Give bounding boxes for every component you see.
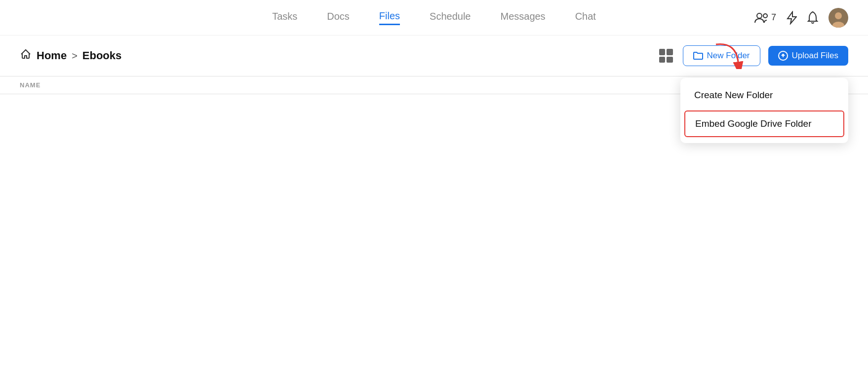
folder-icon: [693, 51, 703, 60]
breadcrumb: Home > Ebooks: [20, 48, 121, 63]
nav-tasks[interactable]: Tasks: [272, 11, 297, 24]
toolbar-row: Home > Ebooks New Folder Upload Files: [0, 36, 868, 76]
svg-point-0: [757, 13, 762, 18]
breadcrumb-current: Ebooks: [82, 49, 121, 62]
upload-files-label: Upload Files: [792, 51, 839, 61]
home-icon[interactable]: [20, 48, 32, 63]
people-count: 7: [771, 12, 776, 23]
upload-files-button[interactable]: Upload Files: [768, 46, 849, 66]
svg-point-1: [763, 14, 767, 18]
svg-point-3: [835, 12, 842, 19]
nav-messages[interactable]: Messages: [500, 11, 545, 24]
dropdown-embed-drive[interactable]: Embed Google Drive Folder: [684, 110, 844, 137]
nav-items: Tasks Docs Files Schedule Messages Chat: [272, 10, 596, 25]
activity-icon-group[interactable]: [786, 11, 797, 25]
dropdown-create-folder[interactable]: Create New Folder: [680, 82, 848, 109]
new-folder-label: New Folder: [707, 51, 750, 61]
home-label[interactable]: Home: [37, 49, 67, 62]
dropdown-menu: Create New Folder Embed Google Drive Fol…: [680, 78, 848, 143]
nav-files[interactable]: Files: [379, 10, 400, 25]
notification-icon-group[interactable]: [807, 11, 819, 25]
grid-toggle-button[interactable]: [657, 47, 675, 65]
bell-icon: [807, 11, 819, 25]
lightning-icon: [786, 11, 797, 25]
upload-icon: [778, 51, 788, 61]
breadcrumb-separator: >: [72, 50, 78, 62]
people-icon: [754, 12, 768, 24]
nav-icons: 7: [754, 8, 848, 28]
toolbar-actions: New Folder Upload Files: [657, 45, 848, 66]
new-folder-button[interactable]: New Folder: [683, 45, 760, 66]
nav-chat[interactable]: Chat: [575, 11, 596, 24]
avatar[interactable]: [829, 8, 848, 28]
nav-schedule[interactable]: Schedule: [430, 11, 471, 24]
nav-docs[interactable]: Docs: [327, 11, 350, 24]
top-nav: Tasks Docs Files Schedule Messages Chat …: [0, 0, 868, 36]
col-name-header: NAME: [20, 81, 710, 89]
people-icon-group[interactable]: 7: [754, 12, 776, 24]
